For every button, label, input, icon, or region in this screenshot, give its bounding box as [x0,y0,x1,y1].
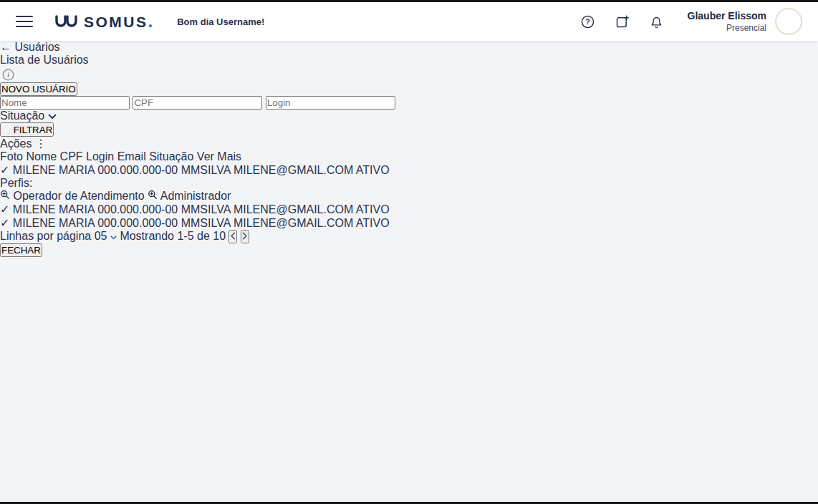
cell-nome: MILENE MARIA [13,217,95,229]
back-arrow-icon[interactable]: ← [0,41,11,53]
footer-bar: FECHAR [0,243,818,257]
status-badge: ATIVO [356,217,390,229]
new-user-button[interactable]: NOVO USUÁRIO [0,82,77,96]
header-email: Email [117,150,146,163]
logo-mark-icon [54,15,79,28]
user-profile[interactable]: Glauber Elissom Presencial [688,8,802,35]
perfis-label: Perfis: [0,177,818,190]
perfis-panel: Perfis: Operador de Atendimento Administ… [0,177,818,203]
page-title: Usuários [14,41,59,53]
cell-nome: MILENE MARIA [13,164,95,176]
table-row[interactable]: ✓ MILENE MARIA 000.000.000-00 MMSILVA MI… [0,203,818,216]
cell-login: MMSILVA [181,164,231,176]
chevron-down-icon [110,236,117,240]
hamburger-menu-icon[interactable] [16,12,33,31]
filter-funnel-icon [1,124,11,133]
topbar: SOMUS . Bom dia Username! ? Glauber Elis… [0,2,818,41]
rows-per-page-label: Linhas por página [0,230,91,242]
cell-nome: MILENE MARIA [13,203,95,215]
window-top-border [0,0,818,2]
svg-text:?: ? [585,17,590,26]
close-button[interactable]: FECHAR [0,243,42,257]
chevron-right-icon [242,232,248,240]
kebab-menu-icon[interactable]: ⋮ [35,137,47,150]
header-foto: Foto [0,150,23,163]
filter-button-label: FILTRAR [14,125,53,135]
nome-input[interactable] [0,96,130,110]
user-mode: Presencial [688,23,766,33]
help-icon[interactable]: ? [580,14,596,29]
logo-text: SOMUS [84,14,148,31]
greeting-text: Bom dia Username! [177,16,264,27]
filter-button[interactable]: FILTRAR [0,122,54,137]
cell-cpf: 000.000.000-00 [97,164,178,176]
user-list-card: Lista de Usuários i NOVO USUÁRIO Situaçã… [0,54,818,243]
table-row[interactable]: ✓ MILENE MARIA 000.000.000-00 MMSILVA MI… [0,216,818,230]
header-login: Login [86,150,114,163]
user-name: Glauber Elissom [688,10,766,21]
users-table: Ações ⋮ Foto Nome CPF Login Email Situaç… [0,137,818,243]
row-check-icon[interactable]: ✓ [0,203,9,215]
cell-email: MILENE@GMAIL.COM [234,203,353,215]
chevron-left-icon [230,232,236,240]
notifications-bell-icon[interactable] [649,14,665,29]
login-input[interactable] [266,96,395,110]
table-row[interactable]: ✓ MILENE MARIA 000.000.000-00 MMSILVA MI… [0,163,818,177]
cell-cpf: 000.000.000-00 [97,217,178,229]
zoom-in-icon [148,190,158,200]
cell-cpf: 000.000.000-00 [97,203,178,215]
status-badge: ATIVO [356,203,390,215]
perfil-chip-label: Administrador [160,190,231,202]
card-title: Lista de Usuários [0,54,89,66]
prev-page-button[interactable] [228,230,237,243]
cell-email: MILENE@GMAIL.COM [234,164,353,176]
user-avatar[interactable] [775,8,802,35]
perfil-chip[interactable]: Administrador [148,190,231,202]
header-nome: Nome [26,150,57,163]
zoom-in-icon [0,190,10,200]
next-page-button[interactable] [241,230,249,243]
info-icon[interactable]: i [0,67,16,82]
situacao-select[interactable]: Situação [0,110,818,122]
app-logo: SOMUS . [54,11,153,32]
status-badge: ATIVO [356,164,390,176]
perfil-chip[interactable]: Operador de Atendimento [0,190,148,202]
pagination-status: Mostrando 1-5 de 10 [120,230,226,242]
cell-email: MILENE@GMAIL.COM [234,217,353,229]
table-header-row: Foto Nome CPF Login Email Situação Ver M… [0,150,818,163]
svg-text:i: i [7,72,9,79]
logo-dot: . [148,11,153,32]
perfil-chip-label: Operador de Atendimento [13,190,144,202]
chevron-down-icon [48,114,57,120]
header-situacao: Situação [149,150,193,163]
breadcrumb: ← Usuários [0,41,818,54]
cpf-input[interactable] [133,96,262,110]
rows-per-page-select[interactable]: 05 [95,230,120,242]
cell-login: MMSILVA [181,203,231,215]
row-check-icon[interactable]: ✓ [0,164,9,176]
add-document-icon[interactable] [615,14,630,29]
rows-per-page-value: 05 [95,230,107,242]
header-cpf: CPF [60,150,83,163]
pagination-bar: Linhas por página 05 Mostrando 1-5 de 10 [0,230,818,243]
header-ver-mais: Ver Mais [197,150,241,163]
cell-login: MMSILVA [181,217,231,229]
situacao-select-value: Situação [0,110,44,122]
row-check-icon[interactable]: ✓ [0,217,9,229]
actions-link[interactable]: Ações [0,137,32,150]
